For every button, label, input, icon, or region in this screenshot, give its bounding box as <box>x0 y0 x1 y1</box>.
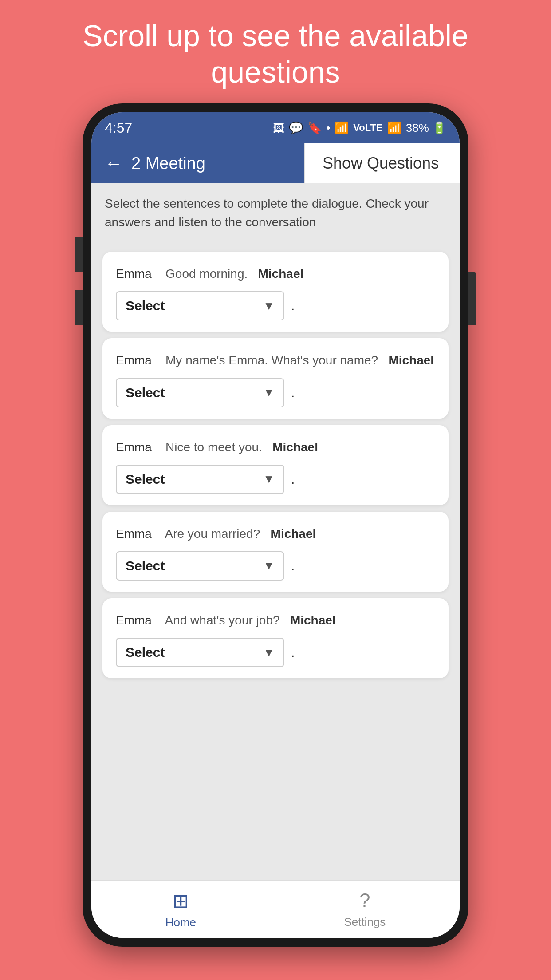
speaker-name-5: Emma <box>116 613 152 627</box>
select-row-3: Select ▼ . <box>116 465 435 494</box>
dropdown-arrow-4: ▼ <box>263 559 275 573</box>
header-line2: questions <box>211 55 340 89</box>
select-dropdown-5[interactable]: Select ▼ <box>116 638 284 667</box>
phone-device: 4:57 🖼 💬 🔖 • 📶 VoLTE 📶 38% 🔋 ← 2 Meeting… <box>83 103 468 947</box>
volume-down-button[interactable] <box>75 290 83 325</box>
volte-icon: VoLTE <box>353 122 382 134</box>
wifi-icon: 📶 <box>335 121 349 135</box>
status-icons: 🖼 💬 🔖 • 📶 VoLTE 📶 38% 🔋 <box>273 121 446 135</box>
dialog-content-2: My name's Emma. What's your name? <box>165 353 378 367</box>
dropdown-arrow-1: ▼ <box>263 299 275 313</box>
select-row-2: Select ▼ . <box>116 378 435 407</box>
period-5: . <box>291 645 295 660</box>
back-button[interactable]: ← <box>105 154 122 174</box>
speaker-name-2: Emma <box>116 353 152 367</box>
dialog-content-5: And what's your job? <box>165 613 279 627</box>
dialog-text-2: Emma My name's Emma. What's your name? M… <box>116 352 435 369</box>
responder-name-1: Michael <box>258 267 304 281</box>
responder-name-2: Michael <box>388 353 434 367</box>
speaker-name-1: Emma <box>116 267 152 281</box>
select-dropdown-1[interactable]: Select ▼ <box>116 291 284 320</box>
instructions-content: Select the sentences to complete the dia… <box>105 197 429 229</box>
dialog-text-4: Emma Are you married? Michael <box>116 525 435 542</box>
home-label: Home <box>165 916 196 929</box>
dialog-text-1: Emma Good morning. Michael <box>116 265 435 282</box>
status-bar: 4:57 🖼 💬 🔖 • 📶 VoLTE 📶 38% 🔋 <box>91 112 460 143</box>
select-row-4: Select ▼ . <box>116 551 435 581</box>
dropdown-arrow-5: ▼ <box>263 646 275 660</box>
show-questions-label: Show Questions <box>323 154 439 173</box>
header-line1: Scroll up to see the available <box>83 19 468 52</box>
dropdown-arrow-2: ▼ <box>263 386 275 399</box>
select-label-5: Select <box>126 645 165 660</box>
select-row-5: Select ▼ . <box>116 638 435 667</box>
dialog-card-4: Emma Are you married? Michael Select ▼ . <box>102 512 449 592</box>
dropdown-arrow-3: ▼ <box>263 472 275 486</box>
period-4: . <box>291 558 295 573</box>
status-time: 4:57 <box>105 120 132 136</box>
select-label-4: Select <box>126 558 165 573</box>
whatsapp-icon: 💬 <box>289 121 303 135</box>
nav-settings[interactable]: ? Settings <box>344 889 386 929</box>
nav-home[interactable]: ⊞ Home <box>165 889 196 929</box>
dialog-card-2: Emma My name's Emma. What's your name? M… <box>102 338 449 418</box>
phone-screen: 4:57 🖼 💬 🔖 • 📶 VoLTE 📶 38% 🔋 ← 2 Meeting… <box>91 112 460 938</box>
responder-name-4: Michael <box>271 527 316 541</box>
page-header: Scroll up to see the available questions <box>56 18 495 90</box>
home-icon: ⊞ <box>173 889 189 912</box>
app-title: 2 Meeting <box>131 154 205 173</box>
dialog-text-5: Emma And what's your job? Michael <box>116 612 435 629</box>
dialog-card-3: Emma Nice to meet you. Michael Select ▼ … <box>102 425 449 505</box>
select-row-1: Select ▼ . <box>116 291 435 320</box>
select-dropdown-4[interactable]: Select ▼ <box>116 551 284 581</box>
speaker-name-4: Emma <box>116 527 152 541</box>
settings-icon: ? <box>359 889 370 912</box>
bottom-nav: ⊞ Home ? Settings <box>91 880 460 938</box>
responder-name-3: Michael <box>272 440 318 454</box>
content-area: Emma Good morning. Michael Select ▼ . <box>91 243 460 880</box>
select-dropdown-2[interactable]: Select ▼ <box>116 378 284 407</box>
period-3: . <box>291 472 295 487</box>
select-dropdown-3[interactable]: Select ▼ <box>116 465 284 494</box>
select-label-3: Select <box>126 472 165 487</box>
dialog-content-4: Are you married? <box>165 527 260 541</box>
app-header: ← 2 Meeting Show Questions <box>91 143 460 183</box>
dialog-text-3: Emma Nice to meet you. Michael <box>116 439 435 456</box>
select-label-1: Select <box>126 298 165 313</box>
dialog-content-1: Good morning. <box>165 267 248 281</box>
settings-label: Settings <box>344 915 386 929</box>
camera-icon: 🖼 <box>273 121 284 135</box>
dialog-card-1: Emma Good morning. Michael Select ▼ . <box>102 252 449 332</box>
responder-name-5: Michael <box>290 613 336 627</box>
period-2: . <box>291 385 295 400</box>
dialog-card-5: Emma And what's your job? Michael Select… <box>102 598 449 678</box>
speaker-name-3: Emma <box>116 440 152 454</box>
bookmark-icon: 🔖 <box>307 121 322 135</box>
instructions-text: Select the sentences to complete the dia… <box>91 183 460 243</box>
period-1: . <box>291 298 295 313</box>
signal-icon: 📶 <box>387 121 401 135</box>
show-questions-button[interactable]: Show Questions <box>304 143 460 183</box>
power-button[interactable] <box>468 272 476 325</box>
dialog-content-3: Nice to meet you. <box>165 440 262 454</box>
battery-text: 38% 🔋 <box>406 121 446 135</box>
dot-icon: • <box>326 121 330 135</box>
select-label-2: Select <box>126 385 165 400</box>
volume-up-button[interactable] <box>75 237 83 272</box>
